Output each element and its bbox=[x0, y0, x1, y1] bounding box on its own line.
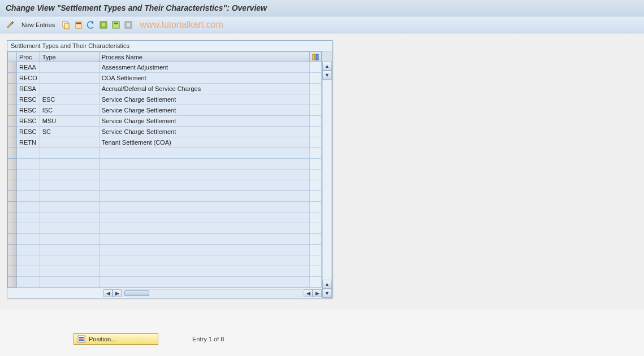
scroll-right-icon[interactable]: ◀ bbox=[304, 289, 313, 297]
delete-icon[interactable] bbox=[74, 20, 83, 29]
row-selector[interactable] bbox=[8, 148, 17, 159]
cell-proc[interactable]: RECO bbox=[17, 73, 40, 84]
row-selector[interactable] bbox=[8, 180, 17, 191]
cell-proc[interactable] bbox=[17, 170, 40, 180]
cell-type[interactable] bbox=[40, 212, 99, 223]
row-selector[interactable] bbox=[8, 255, 17, 266]
cell-name[interactable]: Assessment Adjustment bbox=[99, 62, 309, 73]
cell-type[interactable] bbox=[40, 180, 99, 191]
cell-type[interactable] bbox=[40, 84, 99, 94]
cell-type[interactable] bbox=[40, 73, 99, 84]
row-selector[interactable] bbox=[8, 191, 17, 202]
toggle-edit-icon[interactable] bbox=[6, 20, 15, 29]
cell-name[interactable] bbox=[99, 266, 309, 277]
column-header-proc[interactable]: Proc bbox=[17, 52, 40, 62]
cell-proc[interactable] bbox=[17, 159, 40, 170]
vscroll-track[interactable] bbox=[322, 80, 332, 280]
row-selector[interactable] bbox=[8, 116, 17, 127]
cell-type[interactable] bbox=[40, 223, 99, 234]
cell-type[interactable] bbox=[40, 202, 99, 212]
row-selector[interactable] bbox=[8, 105, 17, 116]
cell-name[interactable] bbox=[99, 245, 309, 255]
row-selector[interactable] bbox=[8, 202, 17, 212]
position-button[interactable]: Position... bbox=[74, 333, 158, 345]
cell-proc[interactable]: RESC bbox=[17, 94, 40, 105]
cell-type[interactable] bbox=[40, 137, 99, 148]
cell-name[interactable] bbox=[99, 212, 309, 223]
cell-type[interactable]: SC bbox=[40, 127, 99, 137]
cell-type[interactable] bbox=[40, 277, 99, 288]
row-selector[interactable] bbox=[8, 62, 17, 73]
cell-type[interactable] bbox=[40, 234, 99, 245]
cell-name[interactable]: Tenant Settlement (COA) bbox=[99, 137, 309, 148]
cell-proc[interactable]: RESC bbox=[17, 127, 40, 137]
cell-proc[interactable] bbox=[17, 212, 40, 223]
cell-proc[interactable] bbox=[17, 191, 40, 202]
scroll-right-last-icon[interactable]: ▶ bbox=[313, 289, 322, 297]
cell-type[interactable] bbox=[40, 255, 99, 266]
cell-type[interactable]: ESC bbox=[40, 94, 99, 105]
cell-proc[interactable] bbox=[17, 202, 40, 212]
cell-proc[interactable] bbox=[17, 255, 40, 266]
cell-type[interactable] bbox=[40, 245, 99, 255]
scroll-down-icon[interactable]: ▼ bbox=[322, 289, 332, 298]
cell-type[interactable] bbox=[40, 191, 99, 202]
row-selector[interactable] bbox=[8, 94, 17, 105]
table-config-icon[interactable] bbox=[310, 52, 322, 62]
cell-proc[interactable] bbox=[17, 234, 40, 245]
cell-name[interactable] bbox=[99, 234, 309, 245]
scroll-down-step-icon[interactable]: ▼ bbox=[322, 71, 332, 80]
cell-name[interactable] bbox=[99, 202, 309, 212]
cell-name[interactable] bbox=[99, 180, 309, 191]
select-block-icon[interactable] bbox=[111, 20, 120, 29]
cell-proc[interactable]: RESC bbox=[17, 116, 40, 127]
cell-name[interactable] bbox=[99, 277, 309, 288]
cell-proc[interactable]: REAA bbox=[17, 62, 40, 73]
cell-proc[interactable]: RESC bbox=[17, 105, 40, 116]
cell-name[interactable] bbox=[99, 170, 309, 180]
row-selector[interactable] bbox=[8, 73, 17, 84]
cell-type[interactable] bbox=[40, 170, 99, 180]
copy-icon[interactable] bbox=[62, 20, 71, 29]
cell-type[interactable] bbox=[40, 266, 99, 277]
cell-name[interactable] bbox=[99, 223, 309, 234]
cell-proc[interactable] bbox=[17, 223, 40, 234]
cell-name[interactable]: Service Charge Settlement bbox=[99, 116, 309, 127]
cell-proc[interactable] bbox=[17, 245, 40, 255]
cell-name[interactable] bbox=[99, 148, 309, 159]
cell-name[interactable] bbox=[99, 255, 309, 266]
cell-type[interactable] bbox=[40, 159, 99, 170]
cell-name[interactable]: Accrual/Deferral of Service Charges bbox=[99, 84, 309, 94]
row-selector[interactable] bbox=[8, 137, 17, 148]
row-selector[interactable] bbox=[8, 277, 17, 288]
scroll-up-icon[interactable]: ▲ bbox=[322, 62, 332, 71]
cell-type[interactable] bbox=[40, 148, 99, 159]
row-selector[interactable] bbox=[8, 234, 17, 245]
row-selector[interactable] bbox=[8, 266, 17, 277]
cell-type[interactable]: ISC bbox=[40, 105, 99, 116]
row-selector[interactable] bbox=[8, 245, 17, 255]
select-all-icon[interactable] bbox=[99, 20, 108, 29]
row-selector[interactable] bbox=[8, 84, 17, 94]
cell-name[interactable]: COA Settlement bbox=[99, 73, 309, 84]
scroll-up-step-icon[interactable]: ▲ bbox=[322, 280, 332, 289]
undo-icon[interactable] bbox=[87, 20, 96, 29]
cell-proc[interactable]: RETN bbox=[17, 137, 40, 148]
cell-proc[interactable] bbox=[17, 148, 40, 159]
row-selector[interactable] bbox=[8, 127, 17, 137]
cell-proc[interactable]: RESA bbox=[17, 84, 40, 94]
column-header-type[interactable]: Type bbox=[40, 52, 99, 62]
cell-name[interactable]: Service Charge Settlement bbox=[99, 105, 309, 116]
cell-type[interactable]: MSU bbox=[40, 116, 99, 127]
column-header-process-name[interactable]: Process Name bbox=[99, 52, 309, 62]
row-selector[interactable] bbox=[8, 212, 17, 223]
new-entries-button[interactable]: New Entries bbox=[18, 21, 58, 28]
row-selector[interactable] bbox=[8, 159, 17, 170]
row-selector[interactable] bbox=[8, 170, 17, 180]
hscroll-track[interactable] bbox=[123, 289, 302, 297]
corner-cell[interactable] bbox=[8, 52, 17, 62]
cell-proc[interactable] bbox=[17, 277, 40, 288]
cell-proc[interactable] bbox=[17, 266, 40, 277]
row-selector[interactable] bbox=[8, 223, 17, 234]
deselect-all-icon[interactable] bbox=[124, 20, 133, 29]
